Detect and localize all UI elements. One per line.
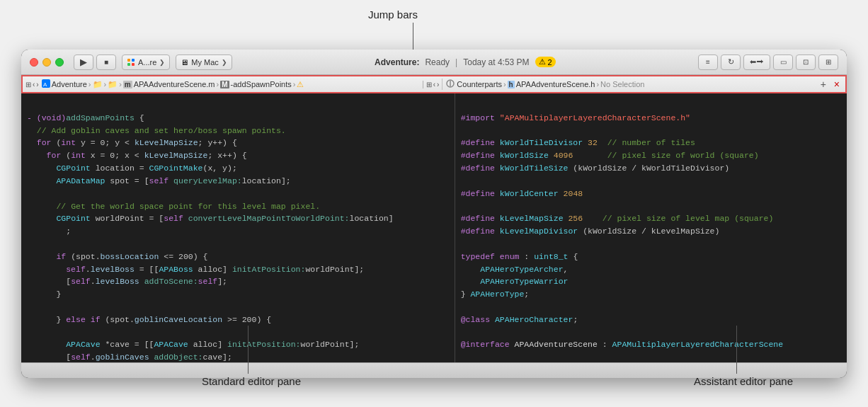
nav-back[interactable]: ‹ bbox=[33, 81, 35, 88]
jb-adventure-label: Adventure bbox=[52, 80, 87, 88]
editor-standard-button[interactable]: ▭ bbox=[773, 55, 793, 70]
assistant-editor-arrow bbox=[736, 326, 737, 374]
jb-m-icon[interactable]: M bbox=[220, 81, 229, 88]
jb-method: -addSpawnPoints bbox=[231, 80, 292, 88]
svg-rect-3 bbox=[132, 63, 135, 66]
app-name-label: A...re bbox=[138, 58, 156, 67]
jump-bar-divider: ⊞ ‹ › bbox=[423, 81, 442, 88]
assistant-editor-pane: #import "APAMultiplayerLayeredCharacterS… bbox=[455, 93, 847, 362]
jb-filename: APAAdventureScene.m bbox=[134, 80, 215, 88]
close-pane-button[interactable]: × bbox=[831, 79, 843, 90]
svg-rect-0 bbox=[127, 59, 130, 62]
jb-counterparts[interactable]: Counterparts bbox=[445, 79, 502, 89]
back-forward-button[interactable]: ⬅⮕ bbox=[743, 55, 770, 70]
stop-button[interactable]: ■ bbox=[96, 55, 116, 70]
add-button[interactable]: + bbox=[818, 79, 829, 90]
standard-editor-arrow bbox=[248, 326, 249, 374]
activity-button[interactable]: ≡ bbox=[698, 55, 718, 70]
grid-icon-right[interactable]: ⊞ bbox=[426, 81, 432, 88]
standard-editor-annotation: Standard editor pane bbox=[181, 375, 322, 387]
traffic-lights bbox=[30, 58, 64, 67]
device-chevron: ❯ bbox=[222, 59, 227, 66]
warning-count: 2 bbox=[548, 58, 552, 67]
nav-back-right[interactable]: ‹ bbox=[433, 81, 435, 88]
counterparts-icon bbox=[445, 79, 455, 89]
standard-editor-pane: - (void)addSpawnPoints { // Add goblin c… bbox=[21, 93, 455, 362]
device-label: My Mac bbox=[191, 58, 219, 67]
jump-bar-right: Counterparts › h APAAdventureScene.h › N… bbox=[442, 79, 843, 90]
refresh-button[interactable]: ↻ bbox=[721, 55, 741, 70]
title-bar-right: ≡ ↻ ⬅⮕ ▭ ⊡ ⊞ bbox=[698, 55, 838, 70]
svg-text:A: A bbox=[43, 81, 47, 88]
minimize-button[interactable] bbox=[42, 58, 51, 67]
run-stop-controls: ▶ ■ bbox=[74, 55, 116, 70]
warning-badge[interactable]: ⚠ 2 bbox=[535, 57, 556, 67]
title-separator: | bbox=[455, 57, 457, 67]
assistant-editor-code: #import "APAMultiplayerLayeredCharacterS… bbox=[455, 93, 847, 362]
jb-counterparts-label: Counterparts bbox=[457, 80, 502, 88]
build-time: Today at 4:53 PM bbox=[463, 57, 529, 67]
jb-right-actions: + × bbox=[818, 79, 843, 90]
standard-editor-code: - (void)addSpawnPoints { // Add goblin c… bbox=[21, 93, 455, 362]
scheme-icon bbox=[127, 58, 135, 67]
editor-version-button[interactable]: ⊞ bbox=[818, 55, 838, 70]
jb-file[interactable]: m APAAdventureScene.m bbox=[123, 80, 215, 88]
project-name: Adventure: bbox=[375, 57, 419, 67]
run-button[interactable]: ▶ bbox=[74, 55, 93, 70]
warning-triangle-left: ⚠ bbox=[297, 80, 304, 89]
editor-area: - (void)addSpawnPoints { // Add goblin c… bbox=[21, 93, 847, 362]
jb-folder1[interactable]: 📁 bbox=[93, 80, 103, 89]
assistant-editor-label: Assistant editor pane bbox=[694, 375, 793, 387]
device-selector[interactable]: 🖥 My Mac ❯ bbox=[176, 55, 232, 70]
scheme-selector[interactable]: A...re ❯ bbox=[122, 55, 170, 70]
jb-no-selection: No Selection bbox=[600, 80, 644, 88]
build-status: Ready bbox=[425, 57, 450, 67]
grid-icon-left[interactable]: ⊞ bbox=[25, 81, 31, 88]
title-bar: ▶ ■ A...re ❯ 🖥 My Mac ❯ Adventure: Ready… bbox=[21, 50, 847, 75]
svg-rect-2 bbox=[127, 63, 130, 66]
nav-forward-right[interactable]: › bbox=[437, 81, 439, 88]
assistant-editor-annotation: Assistant editor pane bbox=[658, 375, 828, 387]
h-file-icon: h bbox=[508, 81, 515, 88]
jb-adventure[interactable]: A Adventure bbox=[42, 79, 87, 89]
mac-icon: 🖥 bbox=[181, 58, 188, 67]
jb-h-filename: APAAdventureScene.h bbox=[516, 80, 595, 88]
jump-bars-annotation: Jump bars bbox=[368, 8, 418, 21]
folder-icon-1: 📁 bbox=[93, 80, 103, 89]
jb-folder2[interactable]: 📁 bbox=[108, 80, 118, 89]
editor-assistant-button[interactable]: ⊡ bbox=[796, 55, 816, 70]
maximize-button[interactable] bbox=[55, 58, 64, 67]
adventure-icon: A bbox=[42, 79, 50, 89]
method-icon: M bbox=[220, 81, 229, 88]
jump-bar: ⊞ ‹ › A Adventure › 📁 › 📁 › m APAAdvent bbox=[21, 75, 847, 93]
svg-rect-1 bbox=[132, 59, 135, 62]
warning-icon: ⚠ bbox=[539, 57, 546, 67]
jump-bars-label: Jump bars bbox=[368, 8, 418, 21]
folder-icon-2: 📁 bbox=[108, 80, 118, 89]
jb-h-file[interactable]: h APAAdventureScene.h bbox=[508, 80, 595, 88]
nav-forward[interactable]: › bbox=[36, 81, 38, 88]
close-button[interactable] bbox=[30, 58, 38, 67]
scheme-chevron: ❯ bbox=[159, 59, 165, 66]
m-file-icon: m bbox=[123, 81, 132, 88]
xcode-window: ▶ ■ A...re ❯ 🖥 My Mac ❯ Adventure: Ready… bbox=[21, 50, 847, 378]
jump-bar-left: ⊞ ‹ › A Adventure › 📁 › 📁 › m APAAdvent bbox=[25, 79, 423, 89]
standard-editor-label: Standard editor pane bbox=[202, 375, 301, 387]
title-bar-center: Adventure: Ready | Today at 4:53 PM ⚠ 2 bbox=[238, 57, 692, 67]
